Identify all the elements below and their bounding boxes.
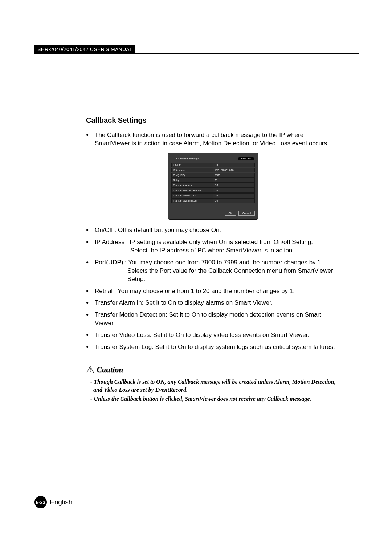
details-list: On/Off : Off is default but you may choo…: [86, 226, 340, 351]
embedded-screenshot: Callback Settings SAMSUNG On/OffOn IP Ad…: [86, 153, 340, 220]
bullet-videoloss: Transfer Video Loss: Set it to On to dis…: [86, 331, 340, 339]
bullet-onoff: On/Off : Off is default but you may choo…: [86, 226, 340, 235]
dvr-row[interactable]: Transfer Video LossOff: [171, 193, 255, 198]
page-content: Callback Settings The Callback function …: [86, 116, 340, 416]
dvr-row-key: Transfer Motion Detection: [172, 188, 213, 192]
dvr-row[interactable]: Transfer Motion DetectionOff: [171, 188, 255, 193]
dvr-row-key: Transfer Video Loss: [172, 194, 213, 198]
warning-icon: ⚠: [86, 365, 94, 374]
page-footer: 5-33 English: [34, 496, 72, 508]
caution-item-1: - Though Callback is set to ON, any Call…: [90, 378, 340, 394]
dvr-row[interactable]: On/OffOn: [171, 163, 255, 167]
bullet-motion: Transfer Motion Detection: Set it to On …: [86, 311, 340, 328]
page-language: English: [50, 498, 72, 506]
intro-bullet: The Callback function is used to forward…: [86, 131, 340, 148]
dvr-row-val: Off: [213, 199, 254, 203]
dvr-title-left: Callback Settings: [172, 157, 199, 160]
dvr-row-val: On: [213, 163, 254, 167]
dvr-callback-panel: Callback Settings SAMSUNG On/OffOn IP Ad…: [168, 153, 258, 220]
bullet-port-main: Port(UDP) : You may choose one from 7900…: [95, 259, 323, 266]
dvr-row[interactable]: Transfer System LogOff: [171, 198, 255, 203]
dvr-title: Callback Settings: [178, 157, 199, 160]
dvr-row-key: Port(UDP): [172, 173, 213, 177]
caution-item-2: - Unless the Callback button is clicked,…: [90, 395, 340, 403]
caution-heading: ⚠ Caution: [86, 365, 340, 374]
bullet-syslog: Transfer System Log: Set it to On to dis…: [86, 343, 340, 351]
dotted-rule-bottom: [86, 410, 340, 410]
dvr-row[interactable]: Transfer Alarm InOff: [171, 183, 255, 188]
dvr-row-key: Retry: [172, 178, 213, 182]
bullet-ip-sub: Select the IP address of PC where SmartV…: [95, 247, 340, 255]
section-title: Callback Settings: [86, 116, 340, 125]
bullet-port-sub: Selects the Port value for the Callback …: [95, 267, 340, 284]
dvr-row[interactable]: Retry05: [171, 178, 255, 183]
bullet-ip: IP Address : IP setting is available onl…: [86, 238, 340, 255]
dotted-rule-top: [86, 358, 340, 358]
dvr-buttons: OK Cancel: [171, 211, 255, 216]
bullet-retrial: Retrial : You may choose one from 1 to 2…: [86, 287, 340, 296]
dvr-row-val: 7900: [213, 173, 254, 177]
dvr-row-val: Off: [213, 188, 254, 192]
network-icon: [172, 157, 176, 160]
page-number-badge: 5-33: [34, 496, 47, 508]
manual-header: SHR-2040/2041/2042 USER'S MANUAL: [34, 45, 135, 53]
dvr-row-val: Off: [213, 183, 254, 187]
dvr-row-val: 192.168.001.010: [213, 168, 254, 172]
dvr-row-val: 05: [213, 178, 254, 182]
dvr-row[interactable]: Port(UDP)7900: [171, 173, 255, 178]
dvr-row-key: Transfer System Log: [172, 199, 213, 203]
bullet-alarm: Transfer Alarm In: Set it to On to displ…: [86, 299, 340, 307]
dvr-row[interactable]: IP Address192.168.001.010: [171, 168, 255, 172]
bullet-ip-main: IP Address : IP setting is available onl…: [95, 239, 313, 245]
brand-badge: SAMSUNG: [238, 157, 254, 160]
bullet-port: Port(UDP) : You may choose one from 7900…: [86, 259, 340, 284]
dvr-title-row: Callback Settings SAMSUNG: [171, 156, 255, 163]
vertical-rule: [73, 54, 73, 510]
header-rule: [34, 53, 359, 54]
dvr-row-key: Transfer Alarm In: [172, 183, 213, 187]
ok-button[interactable]: OK: [225, 211, 237, 216]
intro-list: The Callback function is used to forward…: [86, 131, 340, 148]
dvr-row-key: On/Off: [172, 163, 213, 167]
caution-word: Caution: [97, 365, 123, 374]
dvr-row-key: IP Address: [172, 168, 213, 172]
caution-block: ⚠ Caution - Though Callback is set to ON…: [86, 365, 340, 403]
dvr-row-val: Off: [213, 194, 254, 198]
cancel-button[interactable]: Cancel: [238, 211, 255, 216]
